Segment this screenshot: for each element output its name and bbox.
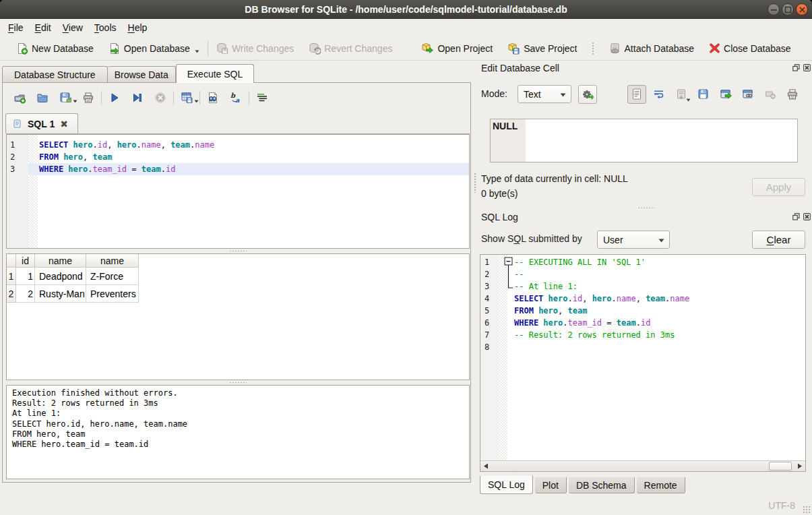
scroll-right-arrow-icon[interactable]: [794, 461, 805, 472]
sql-token-fld: id: [98, 140, 107, 150]
scrollbar-thumb[interactable]: [769, 462, 792, 471]
tab-sql-log[interactable]: SQL Log: [480, 476, 533, 494]
dock-close-icon[interactable]: [803, 64, 811, 71]
fold-marker-icon[interactable]: [504, 257, 515, 292]
window-controls: [768, 3, 808, 16]
save-project-button[interactable]: Save Project: [500, 39, 584, 58]
menu-view[interactable]: View: [57, 20, 88, 36]
menu-file[interactable]: File: [3, 20, 29, 36]
float-icon[interactable]: [792, 213, 800, 220]
open-project-button[interactable]: Open Project: [414, 39, 500, 58]
right-triangle-icon: [797, 463, 803, 469]
dropdown-caret-icon[interactable]: [195, 50, 199, 53]
float-icon[interactable]: [792, 64, 800, 71]
sql-editor-text[interactable]: SELECT hero.id, hero.name, team.nameFROM…: [38, 135, 469, 248]
sql-log-hscrollbar[interactable]: [480, 460, 805, 471]
sql-token-fld: name: [195, 140, 214, 150]
column-header-id[interactable]: id: [16, 254, 35, 268]
import-file-button[interactable]: [672, 85, 691, 104]
scroll-left-arrow-icon[interactable]: [480, 461, 491, 472]
copy-link-button[interactable]: [739, 85, 757, 104]
write-changes-button[interactable]: Write Changes: [209, 39, 301, 58]
attach-database-button[interactable]: Attach Database: [602, 39, 702, 58]
tab-sql-1[interactable]: SQL 1 ✖: [5, 113, 78, 133]
autocomplete-button[interactable]: ba: [227, 90, 245, 106]
execute-sql-panel: ba SQL 1 ✖ 123 SELECT hero.id, hero.name…: [2, 82, 471, 483]
table-cell[interactable]: Rusty-Man: [35, 285, 86, 303]
cell-value-editor[interactable]: NULL: [490, 119, 798, 162]
mode-combobox[interactable]: Text: [518, 85, 571, 103]
close-database-label: Close Database: [724, 43, 791, 54]
maximize-button[interactable]: [782, 3, 794, 16]
row-header[interactable]: 1: [7, 268, 16, 285]
table-cell[interactable]: 1: [16, 268, 35, 285]
save-file-icon: [59, 92, 71, 104]
close-database-button[interactable]: Close Database: [701, 39, 799, 57]
sql-log-filter-label: Show SQL submitted by: [481, 233, 582, 244]
tab-database-structure[interactable]: Database Structure: [2, 66, 108, 83]
cell-type-info: Type of data currently in cell: NULL: [481, 173, 628, 184]
stop-button[interactable]: [152, 90, 169, 106]
tab-plot[interactable]: Plot: [535, 477, 567, 493]
tab-execute-sql[interactable]: Execute SQL: [176, 64, 255, 83]
minimize-button[interactable]: [768, 3, 780, 16]
row-header[interactable]: 2: [7, 285, 16, 303]
sql-editor[interactable]: 123 SELECT hero.id, hero.name, team.name…: [6, 134, 470, 249]
dock-close-icon[interactable]: [803, 213, 811, 220]
auto-apply-button[interactable]: [578, 85, 597, 104]
close-button[interactable]: [796, 3, 808, 16]
print-cell-button[interactable]: [783, 85, 802, 104]
table-cell[interactable]: Deadpond: [35, 268, 86, 285]
text-view-button[interactable]: [627, 85, 646, 104]
editor-table-splitter[interactable]: [6, 249, 470, 253]
sql-log-view[interactable]: 12345678 -- EXECUTING ALL IN 'SQL 1'----…: [480, 254, 806, 472]
table-corner-button[interactable]: [7, 254, 16, 268]
table-cell[interactable]: Z-Force: [86, 268, 139, 285]
tab-remote[interactable]: Remote: [637, 477, 685, 493]
menu-help[interactable]: Help: [123, 20, 153, 36]
line-number: 2: [7, 151, 28, 163]
table-cell[interactable]: 2: [16, 285, 35, 303]
open-database-button[interactable]: Open Database: [101, 39, 207, 58]
sql-token-tbl: team: [646, 294, 665, 303]
save-results-button[interactable]: [178, 90, 195, 106]
resize-grip-icon[interactable]: [803, 506, 811, 514]
edit-cell-title: Edit Database Cell: [481, 63, 559, 73]
main-splitter[interactable]: [474, 173, 476, 193]
sql-tab-close-icon[interactable]: ✖: [60, 119, 68, 129]
new-database-button[interactable]: New Database: [9, 39, 101, 58]
dropdown-caret-icon[interactable]: [73, 94, 77, 105]
sql-log-text: -- EXECUTING ALL IN 'SQL 1'---- At line …: [507, 255, 805, 471]
menu-edit[interactable]: Edit: [30, 20, 57, 36]
tab-db-schema[interactable]: DB Schema: [569, 477, 635, 493]
find-button[interactable]: [204, 90, 222, 106]
apply-button[interactable]: Apply: [752, 178, 805, 196]
tab-browse-data[interactable]: Browse Data: [108, 66, 176, 83]
scrollbar-groove[interactable]: [491, 461, 794, 472]
set-null-button[interactable]: [761, 85, 780, 104]
sql-log-filter-combobox[interactable]: User: [597, 231, 670, 249]
column-header-name[interactable]: name: [86, 254, 139, 268]
sql-token-tbl: hero: [538, 306, 558, 315]
table-message-splitter[interactable]: [6, 380, 470, 385]
word-wrap-button[interactable]: [650, 85, 668, 104]
column-header-name[interactable]: name: [35, 254, 86, 268]
dock-splitter[interactable]: [480, 206, 812, 210]
save-file-button[interactable]: [57, 90, 74, 106]
open-external-button[interactable]: [716, 85, 735, 104]
execute-all-button[interactable]: [106, 90, 123, 106]
open-tab-button[interactable]: [11, 90, 28, 106]
export-file-button[interactable]: [694, 85, 713, 104]
menu-tools[interactable]: Tools: [89, 20, 122, 36]
open-file-button[interactable]: [34, 90, 51, 106]
table-cell[interactable]: Preventers: [86, 285, 139, 303]
clear-button[interactable]: Clear: [752, 231, 805, 249]
revert-changes-button[interactable]: Revert Changes: [301, 39, 400, 58]
combo-arrow-icon: [560, 93, 566, 97]
execute-line-button[interactable]: [129, 90, 146, 106]
line-number: 1: [7, 139, 28, 151]
format-sql-button[interactable]: [253, 90, 271, 106]
dropdown-caret-icon[interactable]: [194, 94, 199, 105]
dropdown-caret-icon[interactable]: [686, 93, 691, 104]
print-button[interactable]: [80, 90, 97, 106]
